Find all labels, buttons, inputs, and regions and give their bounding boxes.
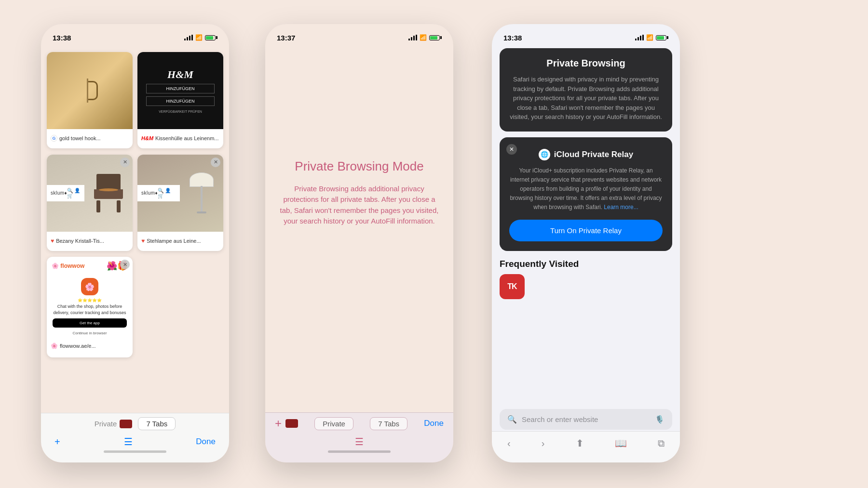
phone2-tab-bar-top: + Private 7 Tabs Done xyxy=(265,417,453,430)
hm-logo: H&M xyxy=(167,68,193,81)
phone2-tabs-count[interactable]: 7 Tabs xyxy=(370,417,407,430)
phone1-private-icon xyxy=(120,420,132,428)
phone1-private-label: Private xyxy=(95,420,117,428)
fav-icon-tk: TK xyxy=(500,274,525,299)
phone1-home-indicator xyxy=(104,450,166,453)
phone2-done-btn[interactable]: Done xyxy=(424,419,444,428)
private-browsing-card-title: Private Browsing xyxy=(509,58,663,69)
tab-label-gold-towel: G gold towel hook... xyxy=(47,129,133,148)
tab-label-hm: H&M Kissenhülle aus Leinenm... xyxy=(137,129,223,148)
phone2-private-label[interactable]: Private xyxy=(314,417,353,430)
phone1-done-btn[interactable]: Done xyxy=(196,437,216,447)
phone2-private-browsing-content: Private Browsing Mode Private Browsing a… xyxy=(265,48,453,337)
phone2-description: Private Browsing adds additional privacy… xyxy=(280,184,439,227)
hm-text-3: VERFÜGBARKEIT PRÜFEN xyxy=(159,110,202,113)
flowwow-icon-box: 🌸 xyxy=(81,278,98,295)
turn-on-private-relay-button[interactable]: Turn On Private Relay xyxy=(509,220,663,241)
tab-card-sklum-chair[interactable]: ✕ sklum♦ 🔍 👤 🛒 ♥ xyxy=(47,155,133,251)
relay-close-button[interactable]: ✕ xyxy=(506,144,517,155)
bookmarks-button[interactable]: 📖 xyxy=(611,434,631,453)
hm-text-1: HINZUFÜGEN xyxy=(146,84,215,93)
relay-title: iCloud Private Relay xyxy=(554,150,633,159)
phone2-status-icons: 📶 xyxy=(408,34,442,41)
phone1-time: 13:38 xyxy=(53,34,71,42)
flowwow-favicon: 🌸 xyxy=(51,343,58,349)
flowwow-header: 🌸 flowwow 🌺🎁 xyxy=(47,257,133,275)
relay-header: 🌐 iCloud Private Relay xyxy=(509,149,663,160)
lamp-silhouette xyxy=(185,172,218,213)
flowwow-stars: ⭐⭐⭐⭐⭐ xyxy=(47,298,133,303)
tab-card-flowwow[interactable]: ✕ 🌸 flowwow 🌺🎁 🌸 ⭐⭐⭐⭐⭐ Chat with the sho… xyxy=(47,257,133,357)
phone2-status-bar: 13:37 📶 xyxy=(265,24,453,48)
fav-site-tk[interactable]: TK xyxy=(500,274,525,299)
phone2-home-indicator xyxy=(328,450,391,453)
hm-text-2: HINZUFÜGEN xyxy=(146,96,215,106)
tab-close-sklum-lamp[interactable]: ✕ xyxy=(211,158,220,167)
flowwow-logo: 🌸 flowwow xyxy=(52,263,84,269)
share-button[interactable]: ⬆ xyxy=(572,434,588,453)
sklum-logo-1: sklum♦ xyxy=(51,190,67,196)
phone3-signal-icon xyxy=(635,35,644,40)
search-placeholder: Search or enter website xyxy=(522,415,650,423)
back-button[interactable]: ‹ xyxy=(503,434,515,453)
search-bar-container: 🔍 Search or enter website 🎙️ xyxy=(492,405,680,434)
forward-button[interactable]: › xyxy=(538,434,549,453)
phone3-wifi-icon: 📶 xyxy=(646,34,653,41)
mic-icon: 🎙️ xyxy=(655,415,665,424)
phone1-tab-actions: + ☰ Done xyxy=(41,436,229,448)
flowwow-browser-link[interactable]: Continue in browser xyxy=(47,330,133,337)
phone1-add-btn[interactable]: + xyxy=(54,436,60,448)
phone-1: 13:38 📶 G gold towel hook. xyxy=(41,24,229,462)
phone2-private-badge: + xyxy=(275,417,298,430)
wifi-icon: 📶 xyxy=(195,34,203,41)
private-browsing-card-text: Safari is designed with privacy in mind … xyxy=(509,75,663,122)
sklum-header-1: sklum♦ 🔍 👤 🛒 xyxy=(47,185,84,201)
phone-3: 13:38 📶 Private Browsing Safari is desig… xyxy=(492,24,680,462)
tabs-button[interactable]: ⧉ xyxy=(654,434,668,453)
phone3-content: Private Browsing Safari is designed with… xyxy=(492,48,680,409)
phone3-time: 13:38 xyxy=(503,34,522,42)
phone1-list-btn[interactable]: ☰ xyxy=(124,436,133,448)
phone2-signal-icon xyxy=(408,35,417,40)
flowwow-fw-icon: 🌸 xyxy=(85,282,95,291)
frequently-visited-grid: TK xyxy=(500,274,672,299)
search-bar[interactable]: 🔍 Search or enter website 🎙️ xyxy=(500,409,672,430)
icloud-relay-card: ✕ 🌐 iCloud Private Relay Your iCloud+ su… xyxy=(500,137,672,251)
tab-thumbnail-sklum-chair: sklum♦ 🔍 👤 🛒 xyxy=(47,155,133,232)
phone2-add-btn[interactable]: + xyxy=(275,417,282,430)
tab-label-sklum-lamp: ♥ Stehlampe aus Leine... xyxy=(137,232,223,251)
sklum-logo-2: sklum♦ xyxy=(141,190,158,196)
google-icon: G xyxy=(51,135,57,142)
phone1-tab-bar-top: Private 7 Tabs xyxy=(41,417,229,430)
phone3-status-icons: 📶 xyxy=(635,34,668,41)
relay-globe-icon: 🌐 xyxy=(539,149,550,160)
private-browsing-card: Private Browsing Safari is designed with… xyxy=(500,48,672,132)
relay-learn-more[interactable]: Learn more... xyxy=(604,204,638,211)
phone-2: 13:37 📶 Private Browsing Mode Private Br… xyxy=(265,24,453,462)
tab-card-sklum-lamp[interactable]: ✕ sklum♦ 🔍 👤 🛒 ♥ Stehlampe aus Leine... xyxy=(137,155,223,251)
tab-card-hm[interactable]: H&M HINZUFÜGEN HINZUFÜGEN VERFÜGBARKEIT … xyxy=(137,52,223,148)
tk-logo-text: TK xyxy=(507,282,516,291)
towel-hook xyxy=(88,81,98,100)
chair-silhouette xyxy=(89,174,128,212)
hm-favicon: H&M xyxy=(141,135,153,141)
phone2-actions: ☰ xyxy=(265,436,453,448)
phone1-tabs-count[interactable]: 7 Tabs xyxy=(138,417,176,430)
battery-icon xyxy=(205,35,217,40)
flowwow-description: Chat with the shop, photos before delive… xyxy=(47,303,133,317)
tab-close-sklum-chair[interactable]: ✕ xyxy=(120,158,130,167)
tab-thumbnail-gold-towel xyxy=(47,52,133,129)
tab-card-gold-towel[interactable]: G gold towel hook... xyxy=(47,52,133,148)
phone1-tab-bar: Private 7 Tabs + ☰ Done xyxy=(41,413,229,462)
tab-thumbnail-sklum-lamp: sklum♦ 🔍 👤 🛒 xyxy=(137,155,223,232)
phone2-time: 13:37 xyxy=(277,34,295,42)
frequently-visited-title: Frequently Visited xyxy=(500,259,672,269)
phone3-bottom-nav: ‹ › ⬆ 📖 ⧉ xyxy=(492,431,680,462)
flowwow-app-button[interactable]: Get the app xyxy=(53,318,127,328)
phone2-list-btn[interactable]: ☰ xyxy=(355,436,364,448)
sklum-icons-1: 🔍 👤 🛒 xyxy=(67,188,81,198)
phone1-status-icons: 📶 xyxy=(184,34,217,41)
tab-label-flowwow: 🌸 flowwow.ae/e... xyxy=(47,337,133,356)
phone2-private-icon xyxy=(285,419,298,428)
signal-icon xyxy=(184,35,193,40)
